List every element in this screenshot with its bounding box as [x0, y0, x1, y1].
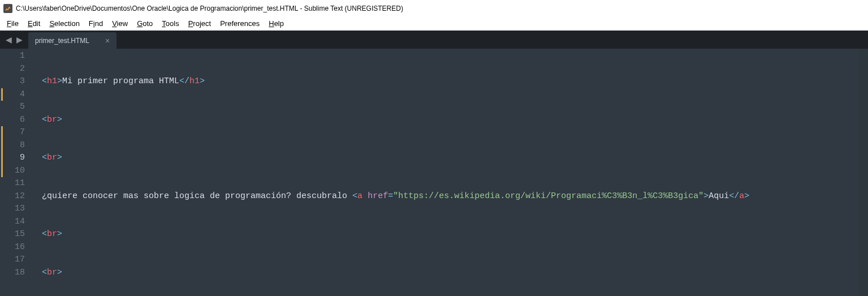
app-logo-icon	[3, 4, 12, 13]
line-number[interactable]: 13	[0, 203, 33, 216]
tab-bar: ◀ ▶ primer_test.HTML ×	[0, 31, 868, 49]
editor: 1 2 3 4 5 6 7 8 9 10 11 12 13 14 15 16 1…	[0, 49, 868, 296]
line-number[interactable]: 3	[0, 75, 33, 88]
nav-back-icon[interactable]: ◀	[5, 35, 13, 44]
line-number[interactable]: 12	[0, 190, 33, 203]
line-number[interactable]: 2	[0, 63, 33, 76]
nav-forward-icon[interactable]: ▶	[15, 35, 24, 44]
line-number[interactable]: 6	[0, 114, 33, 127]
window-title: C:\Users\faber\OneDrive\Documentos\One O…	[16, 5, 403, 12]
menu-preferences[interactable]: Preferences	[215, 18, 264, 29]
menu-edit[interactable]: Edit	[23, 18, 45, 29]
line-number[interactable]: 17	[0, 254, 33, 267]
line-number[interactable]: 14	[0, 216, 33, 229]
menu-project[interactable]: Project	[184, 18, 215, 29]
menu-help[interactable]: Help	[264, 18, 288, 29]
line-number[interactable]: 7	[0, 126, 33, 139]
title-bar: C:\Users\faber\OneDrive\Documentos\One O…	[0, 0, 868, 17]
line-number[interactable]: 11	[0, 177, 33, 190]
menu-file[interactable]: File	[2, 18, 23, 29]
line-number[interactable]: 9	[0, 152, 33, 165]
menu-find[interactable]: Find	[84, 18, 107, 29]
tab-active[interactable]: primer_test.HTML ×	[28, 32, 116, 49]
line-number[interactable]: 1	[0, 50, 33, 63]
line-number[interactable]: 4	[0, 88, 33, 101]
tab-close-icon[interactable]: ×	[105, 36, 110, 45]
scrollbar[interactable]	[859, 49, 868, 296]
menu-view[interactable]: View	[107, 18, 132, 29]
line-number[interactable]: 8	[0, 139, 33, 152]
menu-bar: File Edit Selection Find View Goto Tools…	[0, 17, 868, 31]
menu-goto[interactable]: Goto	[132, 18, 157, 29]
gutter: 1 2 3 4 5 6 7 8 9 10 11 12 13 14 15 16 1…	[0, 49, 33, 296]
line-number[interactable]: 18	[0, 267, 33, 280]
line-number[interactable]: 5	[0, 101, 33, 114]
tab-label: primer_test.HTML	[35, 37, 89, 45]
menu-selection[interactable]: Selection	[45, 18, 84, 29]
line-number[interactable]: 16	[0, 241, 33, 254]
menu-tools[interactable]: Tools	[157, 18, 183, 29]
line-number[interactable]: 10	[0, 165, 33, 178]
code-area[interactable]: <h1>Mi primer programa HTML</h1> <br> <b…	[33, 49, 868, 296]
nav-arrows: ◀ ▶	[0, 31, 28, 49]
line-number[interactable]: 15	[0, 228, 33, 241]
